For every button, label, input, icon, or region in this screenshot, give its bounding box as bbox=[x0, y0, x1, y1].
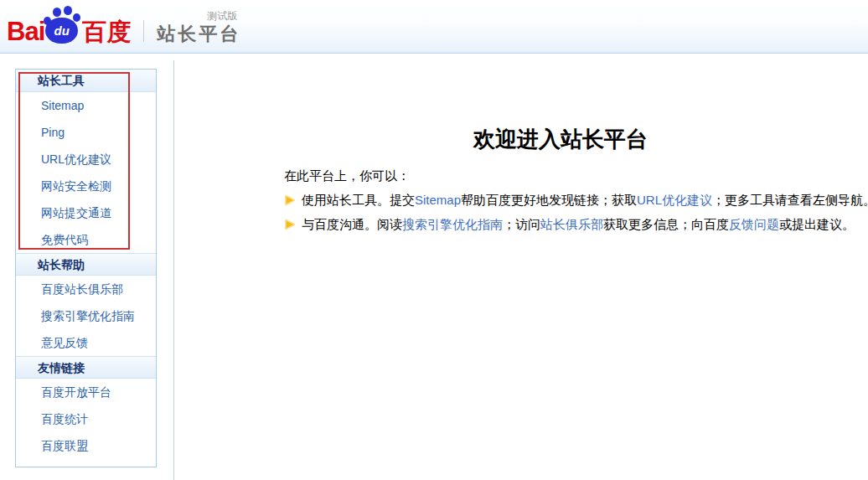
sidebar-item-webmaster-club[interactable]: 百度站长俱乐部 bbox=[16, 276, 156, 302]
sidebar-section-tools: 站长工具 Sitemap Ping URL优化建议 网站安全检测 网站提交通道 … bbox=[16, 70, 156, 253]
yellow-arrow-icon bbox=[284, 194, 296, 206]
intro-text: 在此平台上，你可以： bbox=[284, 168, 837, 184]
bullet-segment: 与百度沟通。阅读 bbox=[302, 217, 402, 231]
baidu-paw-icon: du bbox=[42, 6, 81, 44]
bullet-item-communicate: 与百度沟通。阅读搜索引擎优化指南；访问站长俱乐部获取更多信息；向百度反馈问题或提… bbox=[284, 216, 837, 233]
bullet-item-tools: 使用站长工具。提交Sitemap帮助百度更好地发现链接；获取URL优化建议；更多… bbox=[284, 192, 837, 209]
paw-toe-icon bbox=[73, 13, 80, 22]
beta-badge: 测试版 bbox=[207, 9, 237, 23]
sidebar-section-links: 友情链接 百度开放平台 百度统计 百度联盟 bbox=[16, 356, 156, 459]
link-seo-guide[interactable]: 搜索引擎优化指南 bbox=[402, 217, 503, 231]
bullet-segment: ；更多工具请查看左侧导航。 bbox=[712, 193, 868, 207]
bullet-segment: 或提出建议。 bbox=[779, 217, 855, 231]
bullet-segment: 使用站长工具。提交 bbox=[302, 193, 415, 207]
paw-pad-icon: du bbox=[45, 18, 78, 44]
link-sitemap[interactable]: Sitemap bbox=[415, 193, 461, 207]
bullet-segment: 获取更多信息；向百度 bbox=[603, 217, 729, 231]
sidebar-item-seo-guide[interactable]: 搜索引擎优化指南 bbox=[16, 302, 156, 329]
sidebar-item-site-security[interactable]: 网站安全检测 bbox=[16, 173, 156, 199]
sidebar-item-tongji[interactable]: 百度统计 bbox=[16, 405, 156, 432]
sidebar-item-free-code[interactable]: 免费代码 bbox=[16, 226, 156, 253]
sidebar-section-title-help: 站长帮助 bbox=[16, 253, 156, 276]
bullet-segment: ；访问 bbox=[503, 217, 540, 231]
product-title-block: 测试版 站长平台 bbox=[157, 9, 240, 44]
header: Bai du 百度 测试版 站长平台 bbox=[0, 0, 868, 54]
logo-text-du: du bbox=[54, 23, 70, 38]
sidebar-item-sitemap[interactable]: Sitemap bbox=[16, 92, 156, 119]
bullet-segment: 帮助百度更好地发现链接；获取 bbox=[461, 193, 637, 207]
yellow-arrow-icon bbox=[284, 219, 296, 230]
link-webmaster-club[interactable]: 站长俱乐部 bbox=[540, 217, 603, 231]
product-title: 站长平台 bbox=[157, 24, 240, 44]
bullet-text: 与百度沟通。阅读搜索引擎优化指南；访问站长俱乐部获取更多信息；向百度反馈问题或提… bbox=[302, 216, 855, 233]
logo-text-bai: Bai bbox=[7, 18, 44, 44]
link-url-suggest[interactable]: URL优化建议 bbox=[637, 193, 712, 207]
content-vertical-divider bbox=[173, 60, 174, 480]
sidebar: 站长工具 Sitemap Ping URL优化建议 网站安全检测 网站提交通道 … bbox=[15, 69, 157, 467]
sidebar-section-help: 站长帮助 百度站长俱乐部 搜索引擎优化指南 意见反馈 bbox=[16, 253, 156, 356]
main-content: 欢迎进入站长平台 在此平台上，你可以： 使用站长工具。提交Sitemap帮助百度… bbox=[284, 54, 837, 233]
link-feedback[interactable]: 反馈问题 bbox=[729, 217, 779, 231]
sidebar-item-open-platform[interactable]: 百度开放平台 bbox=[16, 379, 156, 405]
page-title: 欢迎进入站长平台 bbox=[284, 125, 837, 154]
sidebar-section-title-links: 友情链接 bbox=[16, 356, 156, 379]
sidebar-item-feedback[interactable]: 意见反馈 bbox=[16, 329, 156, 356]
header-separator bbox=[143, 20, 144, 42]
sidebar-item-union[interactable]: 百度联盟 bbox=[16, 432, 156, 459]
sidebar-section-title-tools: 站长工具 bbox=[16, 70, 156, 92]
logo-text-cn: 百度 bbox=[82, 20, 131, 44]
baidu-logo[interactable]: Bai du 百度 bbox=[7, 6, 131, 48]
bullet-text: 使用站长工具。提交Sitemap帮助百度更好地发现链接；获取URL优化建议；更多… bbox=[302, 192, 868, 209]
paw-toe-icon bbox=[64, 6, 72, 15]
sidebar-item-site-submit[interactable]: 网站提交通道 bbox=[16, 199, 156, 226]
sidebar-item-ping[interactable]: Ping bbox=[16, 119, 156, 146]
paw-toe-icon bbox=[53, 8, 61, 17]
sidebar-item-url-suggest[interactable]: URL优化建议 bbox=[16, 146, 156, 173]
